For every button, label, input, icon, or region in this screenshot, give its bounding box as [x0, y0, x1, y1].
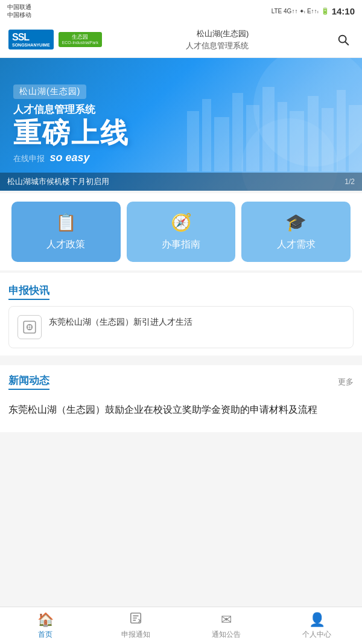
report-card[interactable]: 东莞松山湖（生态园）新引进人才生活	[8, 306, 354, 348]
banner-big-title: 重磅上线	[13, 118, 349, 148]
quick-menu: 📋 人才政策 🧭 办事指南 🎓 人才需求	[0, 193, 362, 270]
logo-box: SSL SONGSHANYUIME	[8, 30, 54, 49]
report-icon	[129, 611, 142, 628]
news-section-header: 新闻动态 更多	[0, 365, 362, 396]
demand-label: 人才需求	[277, 238, 316, 251]
hero-banner[interactable]: 松山湖(生态园) 人才信息管理系统 重磅上线 在线申报 so easy 松山湖城…	[0, 58, 362, 191]
quick-item-guide[interactable]: 🧭 办事指南	[127, 202, 236, 262]
report-section: 申报快讯 东莞松山湖（生态园）新引进人才生活	[0, 273, 362, 355]
policy-label: 人才政策	[46, 238, 85, 251]
battery-icon: 🔋	[321, 7, 329, 15]
logo-area: SSL SONGSHANYUIME 生态园 ECO-IndustrialPark	[8, 30, 102, 49]
search-button[interactable]	[333, 30, 354, 50]
demand-icon: 🎓	[285, 212, 306, 232]
banner-content: 松山湖(生态园) 人才信息管理系统 重磅上线 在线申报 so easy	[0, 58, 362, 191]
nav-title-block: 松山湖(生态园) 人才信息管理系统	[186, 28, 249, 51]
carrier-info: 中国联通 中国移动	[7, 3, 31, 19]
eco-cn: 生态园	[72, 34, 88, 40]
profile-label: 个人中心	[302, 630, 331, 640]
news-section-title: 新闻动态	[8, 374, 49, 390]
status-right: LTE 4G↑↑ ✦ₗ E↑↑ₗ 🔋 14:10	[272, 6, 355, 16]
logo-subtitle: SONGSHANYUIME	[12, 43, 50, 47]
eco-badge: 生态园 ECO-IndustrialPark	[59, 32, 102, 47]
banner-indicator: 1/2	[345, 177, 355, 186]
guide-icon: 🧭	[171, 212, 192, 232]
guide-label: 办事指南	[162, 238, 200, 251]
banner-caption-text: 松山湖城市候机楼下月初启用	[7, 176, 109, 187]
banner-prefix: 在线申报	[13, 154, 45, 163]
svg-line-1	[345, 42, 348, 45]
quick-item-talent-policy[interactable]: 📋 人才政策	[11, 202, 121, 262]
carrier1: 中国联通	[7, 3, 31, 11]
page-bottom-spacer	[0, 432, 362, 474]
notice-icon: ✉	[221, 612, 232, 628]
report-section-title: 申报快讯	[8, 284, 49, 300]
tab-notice[interactable]: ✉ 通知公告	[181, 607, 272, 644]
news-section: 新闻动态 更多 东莞松山湖（生态园）鼓励企业在校设立奖助学金资助的申请材料及流程	[0, 365, 362, 432]
home-icon: 🏠	[37, 612, 54, 628]
carrier2: 中国移动	[7, 11, 31, 19]
time-display: 14:10	[332, 6, 355, 16]
banner-tag: 松山湖(生态园)	[13, 84, 86, 99]
report-notice-label: 申报通知	[121, 630, 150, 640]
tab-report-notice[interactable]: 申报通知	[91, 607, 181, 644]
news-more-link[interactable]: 更多	[338, 377, 354, 387]
banner-sub-row: 在线申报 so easy	[13, 151, 349, 164]
tab-home[interactable]: 🏠 首页	[0, 607, 91, 644]
bottom-navigation: 🏠 首页 申报通知 ✉ 通知公告 👤 个人中心	[0, 607, 362, 644]
banner-emphasis: so easy	[49, 151, 89, 164]
home-label: 首页	[38, 630, 52, 640]
policy-icon: 📋	[56, 212, 77, 232]
news-article-title[interactable]: 东莞松山湖（生态园）鼓励企业在校设立奖助学金资助的申请材料及流程	[0, 396, 362, 426]
notice-label: 通知公告	[212, 630, 241, 640]
top-navigation: SSL SONGSHANYUIME 生态园 ECO-IndustrialPark…	[0, 22, 362, 58]
banner-main-text: 人才信息管理系统	[13, 103, 349, 116]
report-card-icon	[17, 315, 42, 339]
report-card-text: 东莞松山湖（生态园）新引进人才生活	[49, 315, 192, 328]
signal-indicator: LTE 4G↑↑ ✦ₗ E↑↑ₗ	[272, 8, 319, 14]
banner-caption: 松山湖城市候机楼下月初启用 1/2	[0, 173, 362, 191]
nav-title-sub: 人才信息管理系统	[186, 40, 249, 52]
spacer-2	[0, 358, 362, 365]
profile-icon: 👤	[309, 612, 325, 628]
quick-item-demand[interactable]: 🎓 人才需求	[241, 202, 351, 262]
eco-en: ECO-IndustrialPark	[62, 40, 98, 45]
status-bar: 中国联通 中国移动 LTE 4G↑↑ ✦ₗ E↑↑ₗ 🔋 14:10	[0, 0, 362, 22]
logo-ssl: SSL	[12, 32, 50, 43]
report-section-header: 申报快讯	[0, 275, 362, 306]
tab-profile[interactable]: 👤 个人中心	[272, 607, 362, 644]
nav-title-main: 松山湖(生态园)	[186, 28, 249, 40]
